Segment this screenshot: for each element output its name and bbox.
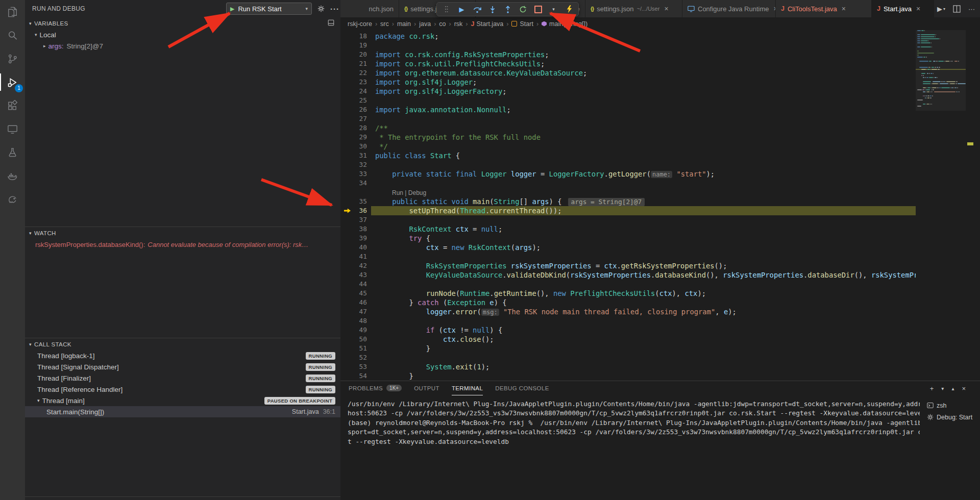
line-number[interactable]: 33 bbox=[340, 169, 367, 179]
watch-section-header[interactable]: ▾ WATCH bbox=[25, 227, 340, 239]
line-number[interactable]: 28 bbox=[340, 123, 367, 133]
line-number[interactable]: 38 bbox=[340, 224, 367, 234]
code-line[interactable]: 27 bbox=[340, 114, 916, 123]
step-over-icon[interactable] bbox=[473, 6, 481, 13]
start-debugging-icon[interactable]: ▶ bbox=[230, 6, 234, 12]
minimap[interactable] bbox=[916, 30, 966, 381]
code-line[interactable]: 43 KeyValueDataSource.validateDbKind(rsk… bbox=[340, 270, 916, 280]
breadcrumb-item[interactable]: rsk bbox=[454, 20, 463, 28]
line-number[interactable]: 53 bbox=[340, 362, 367, 371]
code-line[interactable]: 25 bbox=[340, 96, 916, 105]
line-number[interactable]: 27 bbox=[340, 114, 367, 123]
more-actions-icon[interactable]: ··· bbox=[330, 5, 339, 13]
breadcrumb-item[interactable]: JStart.java bbox=[471, 20, 504, 28]
code-line[interactable]: 36 setUpThread(Thread.currentThread()); bbox=[340, 206, 916, 215]
line-number[interactable]: 49 bbox=[340, 326, 367, 335]
line-number[interactable]: 25 bbox=[340, 96, 367, 105]
line-number[interactable]: 40 bbox=[340, 243, 367, 252]
code-line[interactable]: 34 bbox=[340, 179, 916, 188]
maximize-panel-icon[interactable]: ▴ bbox=[951, 386, 954, 391]
line-number[interactable]: 21 bbox=[340, 59, 367, 68]
drag-handle[interactable] bbox=[442, 5, 451, 13]
code-line[interactable]: 21import co.rsk.util.PreflightChecksUtil… bbox=[340, 59, 916, 68]
line-number[interactable]: 24 bbox=[340, 87, 367, 96]
code-line[interactable]: 46 } catch (Exception e) { bbox=[340, 298, 916, 307]
thread-row[interactable]: ▾Thread [main]PAUSED ON BREAKPOINT bbox=[25, 395, 340, 406]
line-number[interactable]: 23 bbox=[340, 78, 367, 87]
panel-tab-output[interactable]: OUTPUT bbox=[414, 381, 439, 395]
breadcrumb-item[interactable]: java bbox=[419, 20, 431, 28]
line-number[interactable]: 52 bbox=[340, 353, 367, 362]
search-icon[interactable] bbox=[0, 23, 25, 47]
panel-layout-icon[interactable] bbox=[328, 19, 334, 27]
close-icon[interactable]: × bbox=[916, 5, 920, 13]
code-line[interactable]: 20import co.rsk.config.RskSystemProperti… bbox=[340, 50, 916, 59]
tab-configure-java-runtime[interactable]: Configure Java Runtime× bbox=[682, 0, 776, 17]
line-number[interactable]: 22 bbox=[340, 68, 367, 78]
code-line[interactable]: 41 bbox=[340, 252, 916, 261]
hot-code-replace-icon[interactable] bbox=[565, 5, 573, 13]
terminal-output[interactable]: /usr/bin/env /Library/Internet\ Plug-Ins… bbox=[348, 399, 920, 500]
code-line[interactable]: 29 * The entrypoint for the RSK full nod… bbox=[340, 133, 916, 142]
new-terminal-icon[interactable]: + bbox=[930, 385, 934, 392]
line-number[interactable]: 20 bbox=[340, 50, 367, 59]
line-number[interactable]: 30 bbox=[340, 142, 367, 151]
breadcrumb-item[interactable]: co bbox=[439, 20, 446, 28]
line-number[interactable]: 39 bbox=[340, 234, 367, 243]
code-line[interactable]: 54 } bbox=[340, 371, 916, 381]
line-number[interactable]: 54 bbox=[340, 371, 367, 381]
minimap-slider[interactable] bbox=[916, 30, 966, 111]
line-number[interactable]: 34 bbox=[340, 179, 367, 188]
line-number[interactable]: 35 bbox=[340, 197, 367, 206]
breadcrumb-item[interactable]: rskj-core bbox=[348, 20, 372, 28]
line-number[interactable]: 18 bbox=[340, 32, 367, 41]
thread-row[interactable]: Thread [Reference Handler]RUNNING bbox=[25, 384, 340, 395]
code-editor[interactable]: 18package co.rsk;1920import co.rsk.confi… bbox=[340, 30, 980, 381]
breadcrumb-item[interactable]: main(String[]) bbox=[542, 20, 587, 28]
code-line[interactable]: 49 if (ctx != null) { bbox=[340, 326, 916, 335]
panel-tab-problems[interactable]: PROBLEMS1K+ bbox=[349, 381, 402, 395]
panel-tab-debug-console[interactable]: DEBUG CONSOLE bbox=[495, 381, 549, 395]
terminal-list-item[interactable]: zsh bbox=[924, 399, 980, 411]
line-number[interactable]: 32 bbox=[340, 160, 367, 169]
code-line[interactable]: 18package co.rsk; bbox=[340, 32, 916, 41]
line-number[interactable]: 31 bbox=[340, 151, 367, 160]
step-into-icon[interactable] bbox=[488, 6, 497, 13]
code-line[interactable]: 51 } bbox=[340, 344, 916, 353]
line-number[interactable]: 51 bbox=[340, 344, 367, 353]
code-line[interactable]: 24import org.slf4j.LoggerFactory; bbox=[340, 87, 916, 96]
code-line[interactable]: 23import org.slf4j.Logger; bbox=[340, 78, 916, 87]
code-line[interactable]: 47 logger.error(msg: "The RSK node main … bbox=[340, 307, 916, 316]
code-line[interactable]: 22import org.ethereum.datasource.KeyValu… bbox=[340, 68, 916, 78]
code-line[interactable]: 38 RskContext ctx = null; bbox=[340, 224, 916, 234]
code-line[interactable]: 52 bbox=[340, 353, 916, 362]
tab-start-java[interactable]: JStart.java× bbox=[872, 0, 934, 17]
restart-icon[interactable] bbox=[519, 6, 527, 13]
thread-row[interactable]: Thread [Signal Dispatcher]RUNNING bbox=[25, 361, 340, 372]
code-line[interactable]: 31public class Start { bbox=[340, 151, 916, 160]
tab-clitoolstest-java[interactable]: JCliToolsTest.java× bbox=[776, 0, 872, 17]
remote-explorer-icon[interactable] bbox=[0, 117, 25, 141]
tab-nch-json[interactable]: nch.json bbox=[340, 0, 399, 17]
breadcrumb-item[interactable]: Start bbox=[511, 20, 533, 28]
code-line[interactable]: 44 bbox=[340, 280, 916, 289]
extensions-icon[interactable] bbox=[0, 94, 25, 117]
thread-row[interactable]: Thread [Finalizer]RUNNING bbox=[25, 372, 340, 384]
breadcrumb-item[interactable]: src bbox=[380, 20, 389, 28]
panel-tab-terminal[interactable]: TERMINAL bbox=[452, 381, 483, 395]
code-line[interactable]: 33 private static final Logger logger = … bbox=[340, 169, 916, 179]
chevron-down-icon[interactable]: ▾ bbox=[549, 7, 558, 12]
thread-row[interactable]: Thread [logback-1]RUNNING bbox=[25, 350, 340, 361]
close-icon[interactable]: × bbox=[664, 5, 668, 13]
line-number[interactable]: 41 bbox=[340, 252, 367, 261]
line-number[interactable]: 44 bbox=[340, 280, 367, 289]
step-out-icon[interactable] bbox=[503, 6, 512, 13]
overview-ruler[interactable] bbox=[966, 30, 975, 381]
line-number[interactable]: 45 bbox=[340, 289, 367, 298]
code-line[interactable]: 32 bbox=[340, 160, 916, 169]
stop-icon[interactable] bbox=[534, 6, 543, 13]
call-stack-section-header[interactable]: ▾ CALL STACK bbox=[25, 338, 340, 350]
line-number[interactable]: 43 bbox=[340, 270, 367, 280]
close-icon[interactable]: × bbox=[842, 5, 846, 13]
run-and-debug-icon[interactable]: 1 bbox=[0, 70, 25, 94]
